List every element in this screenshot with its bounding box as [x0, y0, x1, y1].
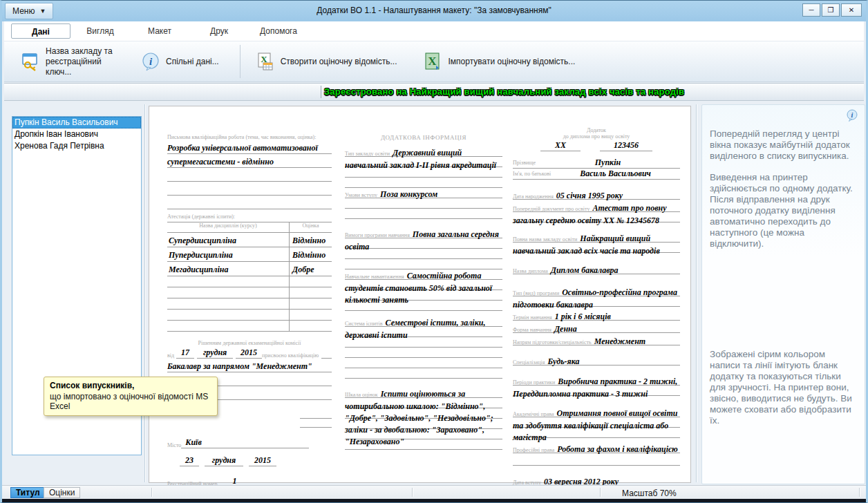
window-bottom-border — [2, 499, 866, 502]
toolbar-separator — [240, 45, 240, 78]
table-row-empty — [167, 321, 332, 332]
attestation-label: Атестація (державні іспити): — [167, 213, 332, 220]
help-paragraph: Зображені сірим кольором написи та лінії… — [702, 349, 865, 426]
blank-lines — [513, 455, 680, 475]
doc-field: Система іспитів Семестрові іспити, залік… — [345, 316, 502, 388]
series-number-row: XX 123456 — [513, 140, 680, 151]
doc-field: Навчальне навантаження Самостійна робота… — [345, 269, 502, 316]
status-tab-title[interactable]: Титул — [10, 487, 46, 498]
doc-field: Назва диплома Диплом бакалавра — [513, 264, 680, 276]
info-icon: i — [141, 52, 160, 71]
tab-layout[interactable]: Макет — [130, 23, 189, 39]
table-row-empty — [167, 310, 332, 321]
status-tab-scores[interactable]: Оцінки — [44, 487, 80, 498]
maximize-button[interactable]: ❐ — [822, 3, 840, 17]
status-divider — [859, 488, 860, 497]
left-splitter[interactable] — [144, 104, 145, 482]
table-header-score: Оцінка — [289, 222, 332, 232]
city-row: Місто Київ — [167, 437, 309, 448]
doc-column-right: Додаток до диплома про вищу освіту XX 12… — [513, 106, 680, 503]
help-paragraph: Попередній перегляд у центрі вікна показ… — [702, 129, 865, 162]
tab-view[interactable]: Вигляд — [70, 23, 130, 39]
spacer — [513, 399, 680, 407]
tooltip-text: що імпортовано з оціночної відомості MS … — [50, 392, 211, 411]
status-divider — [151, 488, 152, 497]
create-sheet-button[interactable]: X Створити оціночну відомість... — [250, 48, 403, 75]
table-row: Супердиисципліна Відмінно — [167, 233, 332, 247]
right-splitter[interactable] — [696, 104, 697, 482]
close-icon: ✕ — [849, 6, 854, 14]
doc-field: Тип (вид) програми Освітньо-професійна п… — [513, 286, 680, 310]
qualification-label: присвоєно кваліфікацію — [262, 352, 319, 359]
doc-field: Термін навчання 1 рік і 6 місяців — [513, 310, 680, 323]
help-paragraph: Виведення на принтер здійснюється по одн… — [702, 172, 865, 194]
doc-field: Ім'я, по батькові Василь Васильович — [513, 169, 680, 180]
commission-year: 2015 — [236, 348, 262, 359]
commission-date-row: від 17 грудня 2015 присвоєно кваліфікаці… — [167, 348, 332, 359]
spacer — [513, 226, 680, 232]
doc-field: Умови вступу Поза конкурсом — [345, 188, 502, 228]
commission-day: 17 — [176, 348, 194, 359]
doc-field: Напрям підготовки/спеціальність Менеджме… — [513, 335, 680, 348]
excel-new-sheet-icon: X — [256, 52, 275, 71]
blank-line — [321, 350, 332, 359]
minimize-button[interactable]: ─ — [802, 3, 820, 17]
title-bar: Меню ▼ Додатки ВО 1.1 - Налаштування мак… — [2, 1, 866, 21]
doc-field: Дата народження 05 січня 1995 року — [513, 189, 680, 202]
signature-line — [300, 410, 332, 419]
app-window: Меню ▼ Додатки ВО 1.1 - Налаштування мак… — [0, 0, 868, 503]
list-item[interactable]: Дропкін Іван Іванович — [12, 129, 141, 140]
tab-help[interactable]: Допомога — [249, 23, 308, 39]
work-label: Письмова кваліфікаційна робота (тема, ча… — [167, 134, 332, 140]
import-sheet-button[interactable]: X Імпортувати оціночну відомість... — [418, 48, 581, 75]
doc-field: Шкала оцінок Іспити оцінюються за чотири… — [345, 388, 502, 455]
city-value: Київ — [181, 437, 309, 448]
status-bar: Титул Оцінки Масштаб 70% — [2, 485, 866, 499]
document-preview: Письмова кваліфікаційна робота (тема, ча… — [149, 106, 691, 483]
issue-day: 23 — [180, 455, 199, 466]
table-row: Пупердисципліна Відмінно — [167, 247, 332, 262]
qualification-line: Бакалавр за напрямом "Менеджмент" — [167, 359, 332, 372]
diploma-series: XX — [540, 140, 581, 151]
tab-strip: Дані Вигляд Макет Друк Допомога — [4, 21, 864, 41]
graduates-list-tooltip: Список випускників, що імпортовано з оці… — [44, 377, 218, 416]
banner-divider — [321, 86, 321, 98]
table-header-discipline: Назва дисциплін (курсу) — [167, 222, 289, 232]
doc-field: Тип закладу освіти Державний вищий навча… — [345, 146, 502, 188]
spacer — [513, 348, 680, 355]
tab-print[interactable]: Друк — [189, 23, 249, 39]
registration-banner: Зареєстровано на Найкращий вищий навчаль… — [4, 83, 864, 101]
additional-info-header: ДОДАТКОВА ІНФОРМАЦІЯ — [345, 134, 502, 141]
diploma-number: 123456 — [600, 140, 652, 151]
grades-table: Назва дисциплін (курсу) Оцінка Супердиис… — [167, 222, 332, 332]
zoom-level-label: Масштаб 70% — [622, 488, 677, 498]
help-panel: i Попередній перегляд у центрі вікна пок… — [701, 104, 865, 484]
list-item[interactable]: Хренова Гадя Петрівна — [12, 140, 141, 152]
registration-banner-text: Зареєстровано на Найкращий вищий навчаль… — [324, 86, 684, 97]
table-row-empty — [167, 276, 332, 287]
tab-data[interactable]: Дані — [11, 23, 70, 39]
common-data-button[interactable]: i Спільні дані... — [135, 48, 225, 75]
blank-line — [513, 276, 680, 286]
signature-line — [300, 419, 332, 428]
doc-field: Форма навчання Денна — [513, 323, 680, 335]
doc-field: Прізвище Пупкін — [513, 158, 680, 169]
table-row-empty — [167, 287, 332, 298]
doc-field: Періоди практики Виробнича практика - 2 … — [513, 375, 680, 399]
supplement-header-line2: до диплома про вищу освіту — [513, 133, 680, 140]
spacer — [513, 256, 680, 264]
toolbar: Назва закладу та реєстраційний ключ... i… — [4, 41, 864, 82]
help-paragraph: Після відправлення на друк поточного дод… — [702, 194, 865, 249]
commission-month: грудня — [197, 348, 233, 359]
work-value-lines: Розробка універсальної автоматизованої с… — [167, 140, 332, 209]
status-divider — [600, 488, 601, 497]
minimize-icon: ─ — [809, 6, 813, 14]
institution-key-label: Назва закладу та реєстраційний ключ... — [46, 46, 120, 77]
doc-field: Академічні права Отримання повної вищої … — [513, 407, 680, 443]
close-button[interactable]: ✕ — [841, 3, 862, 17]
main-area: Пупкін Василь Васильович Дропкін Іван Ів… — [4, 102, 864, 485]
excel-import-icon: X — [424, 52, 443, 71]
institution-key-button[interactable]: Назва закладу та реєстраційний ключ... — [15, 42, 126, 82]
list-item[interactable]: Пупкін Василь Васильович — [12, 117, 141, 129]
work-value: Розробка універсальної автоматизованої с… — [167, 143, 318, 167]
